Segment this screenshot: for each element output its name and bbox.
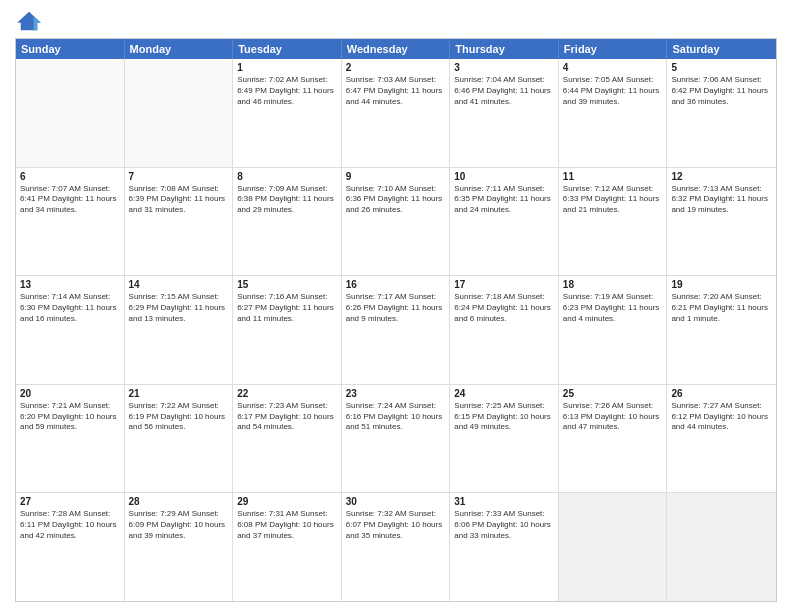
cal-cell bbox=[559, 493, 668, 601]
cell-info: Sunrise: 7:27 AM Sunset: 6:12 PM Dayligh… bbox=[671, 401, 772, 433]
cal-cell: 23Sunrise: 7:24 AM Sunset: 6:16 PM Dayli… bbox=[342, 385, 451, 493]
cell-info: Sunrise: 7:05 AM Sunset: 6:44 PM Dayligh… bbox=[563, 75, 663, 107]
cell-info: Sunrise: 7:23 AM Sunset: 6:17 PM Dayligh… bbox=[237, 401, 337, 433]
day-number: 25 bbox=[563, 388, 663, 399]
day-number: 13 bbox=[20, 279, 120, 290]
cell-info: Sunrise: 7:19 AM Sunset: 6:23 PM Dayligh… bbox=[563, 292, 663, 324]
day-number: 5 bbox=[671, 62, 772, 73]
day-number: 19 bbox=[671, 279, 772, 290]
cal-cell: 4Sunrise: 7:05 AM Sunset: 6:44 PM Daylig… bbox=[559, 59, 668, 167]
cal-cell: 8Sunrise: 7:09 AM Sunset: 6:38 PM Daylig… bbox=[233, 168, 342, 276]
cell-info: Sunrise: 7:16 AM Sunset: 6:27 PM Dayligh… bbox=[237, 292, 337, 324]
cell-info: Sunrise: 7:33 AM Sunset: 6:06 PM Dayligh… bbox=[454, 509, 554, 541]
day-number: 15 bbox=[237, 279, 337, 290]
cell-info: Sunrise: 7:14 AM Sunset: 6:30 PM Dayligh… bbox=[20, 292, 120, 324]
day-number: 2 bbox=[346, 62, 446, 73]
header bbox=[15, 10, 777, 32]
day-number: 6 bbox=[20, 171, 120, 182]
day-number: 26 bbox=[671, 388, 772, 399]
cal-cell bbox=[16, 59, 125, 167]
cell-info: Sunrise: 7:03 AM Sunset: 6:47 PM Dayligh… bbox=[346, 75, 446, 107]
cell-info: Sunrise: 7:04 AM Sunset: 6:46 PM Dayligh… bbox=[454, 75, 554, 107]
day-number: 11 bbox=[563, 171, 663, 182]
cal-cell: 7Sunrise: 7:08 AM Sunset: 6:39 PM Daylig… bbox=[125, 168, 234, 276]
cal-cell: 15Sunrise: 7:16 AM Sunset: 6:27 PM Dayli… bbox=[233, 276, 342, 384]
cell-info: Sunrise: 7:15 AM Sunset: 6:29 PM Dayligh… bbox=[129, 292, 229, 324]
cell-info: Sunrise: 7:06 AM Sunset: 6:42 PM Dayligh… bbox=[671, 75, 772, 107]
cal-cell: 11Sunrise: 7:12 AM Sunset: 6:33 PM Dayli… bbox=[559, 168, 668, 276]
logo bbox=[15, 10, 47, 32]
cal-cell: 13Sunrise: 7:14 AM Sunset: 6:30 PM Dayli… bbox=[16, 276, 125, 384]
cal-cell: 31Sunrise: 7:33 AM Sunset: 6:06 PM Dayli… bbox=[450, 493, 559, 601]
cal-cell: 12Sunrise: 7:13 AM Sunset: 6:32 PM Dayli… bbox=[667, 168, 776, 276]
cal-week-0: 1Sunrise: 7:02 AM Sunset: 6:49 PM Daylig… bbox=[16, 59, 776, 167]
day-number: 8 bbox=[237, 171, 337, 182]
cell-info: Sunrise: 7:13 AM Sunset: 6:32 PM Dayligh… bbox=[671, 184, 772, 216]
cell-info: Sunrise: 7:02 AM Sunset: 6:49 PM Dayligh… bbox=[237, 75, 337, 107]
day-number: 22 bbox=[237, 388, 337, 399]
day-number: 20 bbox=[20, 388, 120, 399]
day-number: 18 bbox=[563, 279, 663, 290]
cal-cell: 20Sunrise: 7:21 AM Sunset: 6:20 PM Dayli… bbox=[16, 385, 125, 493]
cell-info: Sunrise: 7:21 AM Sunset: 6:20 PM Dayligh… bbox=[20, 401, 120, 433]
day-number: 29 bbox=[237, 496, 337, 507]
calendar-header: SundayMondayTuesdayWednesdayThursdayFrid… bbox=[16, 39, 776, 59]
cal-cell: 25Sunrise: 7:26 AM Sunset: 6:13 PM Dayli… bbox=[559, 385, 668, 493]
day-number: 30 bbox=[346, 496, 446, 507]
cell-info: Sunrise: 7:09 AM Sunset: 6:38 PM Dayligh… bbox=[237, 184, 337, 216]
cal-cell: 27Sunrise: 7:28 AM Sunset: 6:11 PM Dayli… bbox=[16, 493, 125, 601]
day-number: 14 bbox=[129, 279, 229, 290]
cal-cell: 26Sunrise: 7:27 AM Sunset: 6:12 PM Dayli… bbox=[667, 385, 776, 493]
day-number: 27 bbox=[20, 496, 120, 507]
day-number: 31 bbox=[454, 496, 554, 507]
cell-info: Sunrise: 7:08 AM Sunset: 6:39 PM Dayligh… bbox=[129, 184, 229, 216]
col-header-thursday: Thursday bbox=[450, 39, 559, 59]
cal-cell: 6Sunrise: 7:07 AM Sunset: 6:41 PM Daylig… bbox=[16, 168, 125, 276]
cal-cell bbox=[667, 493, 776, 601]
day-number: 24 bbox=[454, 388, 554, 399]
cal-cell: 10Sunrise: 7:11 AM Sunset: 6:35 PM Dayli… bbox=[450, 168, 559, 276]
cal-cell: 14Sunrise: 7:15 AM Sunset: 6:29 PM Dayli… bbox=[125, 276, 234, 384]
calendar: SundayMondayTuesdayWednesdayThursdayFrid… bbox=[15, 38, 777, 602]
cal-cell: 2Sunrise: 7:03 AM Sunset: 6:47 PM Daylig… bbox=[342, 59, 451, 167]
day-number: 1 bbox=[237, 62, 337, 73]
cal-cell: 16Sunrise: 7:17 AM Sunset: 6:26 PM Dayli… bbox=[342, 276, 451, 384]
cal-cell: 18Sunrise: 7:19 AM Sunset: 6:23 PM Dayli… bbox=[559, 276, 668, 384]
col-header-saturday: Saturday bbox=[667, 39, 776, 59]
cell-info: Sunrise: 7:31 AM Sunset: 6:08 PM Dayligh… bbox=[237, 509, 337, 541]
calendar-body: 1Sunrise: 7:02 AM Sunset: 6:49 PM Daylig… bbox=[16, 59, 776, 601]
cell-info: Sunrise: 7:25 AM Sunset: 6:15 PM Dayligh… bbox=[454, 401, 554, 433]
cal-cell bbox=[125, 59, 234, 167]
cell-info: Sunrise: 7:29 AM Sunset: 6:09 PM Dayligh… bbox=[129, 509, 229, 541]
day-number: 17 bbox=[454, 279, 554, 290]
day-number: 12 bbox=[671, 171, 772, 182]
cell-info: Sunrise: 7:32 AM Sunset: 6:07 PM Dayligh… bbox=[346, 509, 446, 541]
cal-cell: 9Sunrise: 7:10 AM Sunset: 6:36 PM Daylig… bbox=[342, 168, 451, 276]
cal-cell: 1Sunrise: 7:02 AM Sunset: 6:49 PM Daylig… bbox=[233, 59, 342, 167]
cal-cell: 19Sunrise: 7:20 AM Sunset: 6:21 PM Dayli… bbox=[667, 276, 776, 384]
cal-cell: 17Sunrise: 7:18 AM Sunset: 6:24 PM Dayli… bbox=[450, 276, 559, 384]
cell-info: Sunrise: 7:26 AM Sunset: 6:13 PM Dayligh… bbox=[563, 401, 663, 433]
day-number: 10 bbox=[454, 171, 554, 182]
cal-week-3: 20Sunrise: 7:21 AM Sunset: 6:20 PM Dayli… bbox=[16, 384, 776, 493]
cell-info: Sunrise: 7:17 AM Sunset: 6:26 PM Dayligh… bbox=[346, 292, 446, 324]
cell-info: Sunrise: 7:10 AM Sunset: 6:36 PM Dayligh… bbox=[346, 184, 446, 216]
cell-info: Sunrise: 7:07 AM Sunset: 6:41 PM Dayligh… bbox=[20, 184, 120, 216]
page: SundayMondayTuesdayWednesdayThursdayFrid… bbox=[0, 0, 792, 612]
cell-info: Sunrise: 7:22 AM Sunset: 6:19 PM Dayligh… bbox=[129, 401, 229, 433]
cell-info: Sunrise: 7:18 AM Sunset: 6:24 PM Dayligh… bbox=[454, 292, 554, 324]
cal-cell: 5Sunrise: 7:06 AM Sunset: 6:42 PM Daylig… bbox=[667, 59, 776, 167]
day-number: 23 bbox=[346, 388, 446, 399]
day-number: 16 bbox=[346, 279, 446, 290]
cell-info: Sunrise: 7:24 AM Sunset: 6:16 PM Dayligh… bbox=[346, 401, 446, 433]
cal-cell: 24Sunrise: 7:25 AM Sunset: 6:15 PM Dayli… bbox=[450, 385, 559, 493]
cal-week-1: 6Sunrise: 7:07 AM Sunset: 6:41 PM Daylig… bbox=[16, 167, 776, 276]
day-number: 3 bbox=[454, 62, 554, 73]
cell-info: Sunrise: 7:28 AM Sunset: 6:11 PM Dayligh… bbox=[20, 509, 120, 541]
cal-cell: 30Sunrise: 7:32 AM Sunset: 6:07 PM Dayli… bbox=[342, 493, 451, 601]
day-number: 7 bbox=[129, 171, 229, 182]
col-header-tuesday: Tuesday bbox=[233, 39, 342, 59]
cell-info: Sunrise: 7:20 AM Sunset: 6:21 PM Dayligh… bbox=[671, 292, 772, 324]
day-number: 28 bbox=[129, 496, 229, 507]
col-header-sunday: Sunday bbox=[16, 39, 125, 59]
